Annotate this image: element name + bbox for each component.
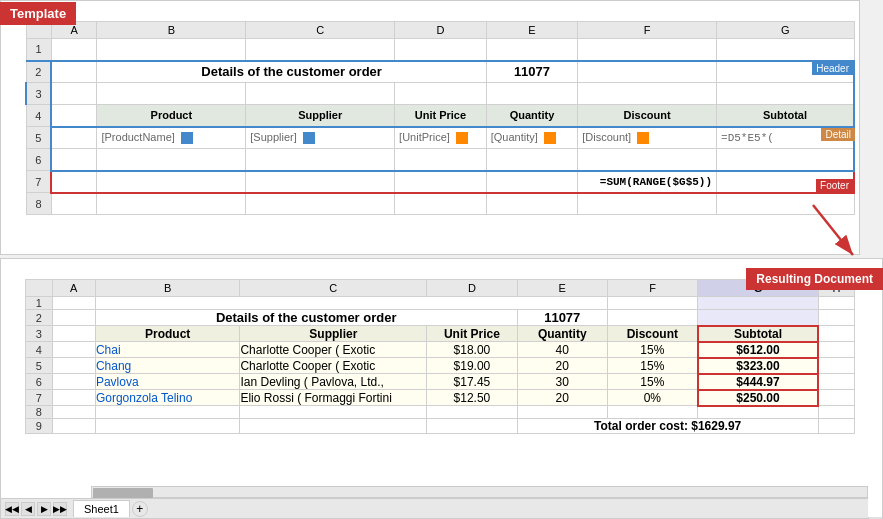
- result-r6-price: $17.45: [427, 374, 517, 390]
- template-row-5: 5 [ProductName] [Supplier] [UnitPrice]: [26, 127, 854, 149]
- svg-line-1: [813, 205, 853, 255]
- template-row-2: 2 Details of the customer order 11077 He…: [26, 61, 854, 83]
- template-footer-formula: =SUM(RANGE($G$5)): [600, 176, 712, 188]
- result-r7-supplier: Elio Rossi ( Formaggi Fortini: [240, 390, 427, 406]
- result-r6-disc: 15%: [607, 374, 697, 390]
- result-col-f: F: [607, 280, 697, 297]
- result-r4-subtotal: $612.00: [698, 342, 818, 358]
- resulting-section: A B C D E F G H 1: [0, 258, 883, 519]
- result-col-e: E: [517, 280, 607, 297]
- horizontal-scrollbar[interactable]: [91, 486, 868, 498]
- result-r4-supplier: Charlotte Cooper ( Exotic: [240, 342, 427, 358]
- template-row-6: 6: [26, 149, 854, 171]
- result-col-header-rh: [26, 280, 53, 297]
- template-section: A B C D E F G 1: [0, 0, 860, 255]
- template-subtotal-formula: =D5*E5*(: [721, 132, 774, 144]
- result-row-2: 2 Details of the customer order 11077: [26, 310, 855, 326]
- result-col-supplier: Supplier: [240, 326, 427, 342]
- result-r7-disc: 0%: [607, 390, 697, 406]
- result-r5-product: Chang: [95, 358, 240, 374]
- tab-nav-arrows[interactable]: ◀◀ ◀ ▶ ▶▶: [5, 502, 67, 516]
- tab-nav-last[interactable]: ▶▶: [53, 502, 67, 516]
- col-product: Product: [97, 105, 246, 127]
- product-icon: [181, 132, 193, 144]
- result-row-3: 3 Product Supplier Unit Price Quantity D…: [26, 326, 855, 342]
- sheet-tab-1[interactable]: Sheet1: [73, 500, 130, 517]
- result-col-subtotal: Subtotal: [698, 326, 818, 342]
- template-row-4: 4 Product Supplier Unit Price Quantity D…: [26, 105, 854, 127]
- result-col-quantity: Quantity: [517, 326, 607, 342]
- col-header-c: C: [246, 22, 395, 39]
- tab-nav-first[interactable]: ◀◀: [5, 502, 19, 516]
- result-row-8: 8: [26, 406, 855, 419]
- result-r6-product: Pavlova: [95, 374, 240, 390]
- quantity-icon: [544, 132, 556, 144]
- result-col-discount: Discount: [607, 326, 697, 342]
- template-row-8: 8: [26, 193, 854, 215]
- col-header-d: D: [395, 22, 487, 39]
- template-supplier: [Supplier]: [250, 131, 296, 143]
- col-header-e: E: [486, 22, 578, 39]
- result-r5-supplier: Charlotte Cooper ( Exotic: [240, 358, 427, 374]
- result-title: Details of the customer order: [95, 310, 517, 326]
- col-discount: Discount: [578, 105, 717, 127]
- result-r5-disc: 15%: [607, 358, 697, 374]
- result-col-unit-price: Unit Price: [427, 326, 517, 342]
- tab-nav-next[interactable]: ▶: [37, 502, 51, 516]
- col-quantity: Quantity: [486, 105, 578, 127]
- result-r6-qty: 30: [517, 374, 607, 390]
- template-row-3: 3: [26, 83, 854, 105]
- result-r6-subtotal: $444.97: [698, 374, 818, 390]
- result-row-7: 7 Gorgonzola Telino Elio Rossi ( Formagg…: [26, 390, 855, 406]
- result-r7-price: $12.50: [427, 390, 517, 406]
- result-r4-product: Chai: [95, 342, 240, 358]
- resulting-badge: Resulting Document: [746, 268, 883, 290]
- result-col-product: Product: [95, 326, 240, 342]
- template-row-7: 7 =SUM(RANGE($G$5)) Footer: [26, 171, 854, 193]
- header-region-label: Header: [812, 62, 853, 75]
- arrow-icon: [793, 195, 873, 275]
- col-header-f: F: [578, 22, 717, 39]
- result-r5-qty: 20: [517, 358, 607, 374]
- result-row-4: 4 Chai Charlotte Cooper ( Exotic $18.00 …: [26, 342, 855, 358]
- result-r6-supplier: Ian Devling ( Pavlova, Ltd.,: [240, 374, 427, 390]
- col-header-g: G: [717, 22, 854, 39]
- footer-region-label: Footer: [816, 179, 853, 192]
- result-order: 11077: [517, 310, 607, 326]
- template-title: Details of the customer order: [97, 61, 486, 83]
- result-total: Total order cost: $1629.97: [517, 419, 818, 434]
- add-sheet-button[interactable]: +: [132, 501, 148, 517]
- result-r7-subtotal: $250.00: [698, 390, 818, 406]
- result-r5-price: $19.00: [427, 358, 517, 374]
- supplier-icon: [303, 132, 315, 144]
- template-unit-price: [UnitPrice]: [399, 131, 450, 143]
- template-order: 11077: [486, 61, 578, 83]
- result-col-d: D: [427, 280, 517, 297]
- result-col-b: B: [95, 280, 240, 297]
- result-r4-price: $18.00: [427, 342, 517, 358]
- result-row-9: 9 Total order cost: $1629.97: [26, 419, 855, 434]
- hscrollbar-thumb[interactable]: [93, 488, 153, 498]
- result-row-6: 6 Pavlova Ian Devling ( Pavlova, Ltd., $…: [26, 374, 855, 390]
- result-col-c: C: [240, 280, 427, 297]
- template-quantity: [Quantity]: [491, 131, 538, 143]
- result-r4-qty: 40: [517, 342, 607, 358]
- template-product-name: [ProductName]: [101, 131, 174, 143]
- col-header-b: B: [97, 22, 246, 39]
- result-r5-subtotal: $323.00: [698, 358, 818, 374]
- detail-region-label: Detail: [821, 128, 855, 141]
- col-supplier: Supplier: [246, 105, 395, 127]
- result-col-a: A: [52, 280, 95, 297]
- result-row-5: 5 Chang Charlotte Cooper ( Exotic $19.00…: [26, 358, 855, 374]
- template-badge: Template: [0, 2, 76, 25]
- result-r4-disc: 15%: [607, 342, 697, 358]
- tab-nav-prev[interactable]: ◀: [21, 502, 35, 516]
- result-row-1: 1: [26, 297, 855, 310]
- unit-price-icon: [456, 132, 468, 144]
- col-subtotal: Subtotal: [717, 105, 854, 127]
- result-r7-product: Gorgonzola Telino: [95, 390, 240, 406]
- template-discount: [Discount]: [582, 131, 631, 143]
- discount-icon: [637, 132, 649, 144]
- col-unit-price: Unit Price: [395, 105, 487, 127]
- template-row-1: 1: [26, 39, 854, 61]
